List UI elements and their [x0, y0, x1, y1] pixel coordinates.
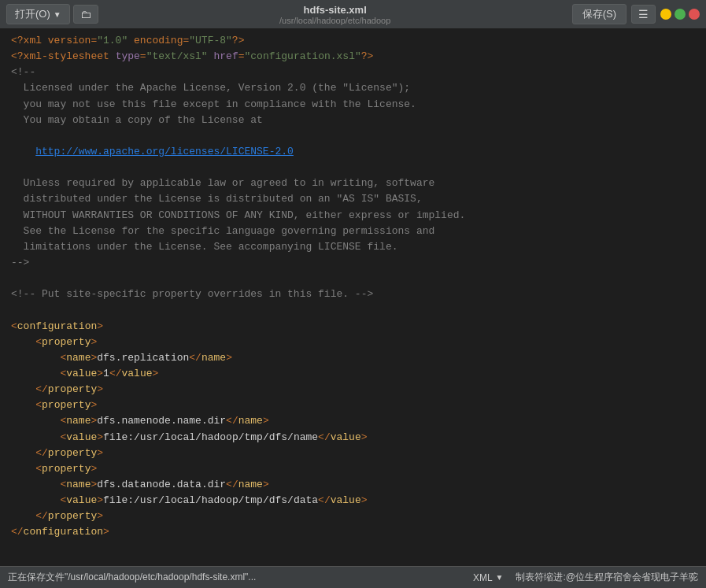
window-controls: [660, 9, 700, 20]
hamburger-icon: ☰: [638, 8, 649, 20]
editor-area[interactable]: <?xml version="1.0" encoding="UTF-8"?> <…: [0, 28, 706, 566]
titlebar-center: hdfs-site.xml /usr/local/hadoop/etc/hado…: [279, 4, 390, 25]
format-dropdown-arrow: ▼: [496, 573, 504, 582]
titlebar: 打开(O) ▼ 🗀 hdfs-site.xml /usr/local/hadoo…: [0, 0, 706, 28]
titlebar-left: 打开(O) ▼ 🗀: [6, 4, 98, 24]
format-label: XML: [473, 572, 493, 583]
minimize-button[interactable]: [660, 9, 671, 20]
titlebar-right: 保存(S) ☰: [572, 4, 700, 24]
folder-icon-button[interactable]: 🗀: [73, 5, 98, 24]
save-button[interactable]: 保存(S): [572, 4, 627, 24]
window-path: /usr/local/hadoop/etc/hadoop: [279, 16, 390, 25]
open-dropdown-arrow: ▼: [54, 10, 61, 19]
statusbar: 正在保存文件"/usr/local/hadoop/etc/hadoop/hdfs…: [0, 566, 706, 588]
status-saving-text: 正在保存文件"/usr/local/hadoop/etc/hadoop/hdfs…: [8, 571, 256, 584]
close-button[interactable]: [689, 9, 700, 20]
window-title: hdfs-site.xml: [279, 4, 390, 16]
maximize-button[interactable]: [675, 9, 686, 20]
status-encoding: 制表符缩进:@位生程序宿舍会省现电子羊驼: [516, 571, 698, 584]
open-label: 打开(O): [15, 7, 50, 21]
status-right: XML ▼ 制表符缩进:@位生程序宿舍会省现电子羊驼: [473, 571, 698, 584]
menu-button[interactable]: ☰: [631, 5, 656, 24]
open-button[interactable]: 打开(O) ▼: [6, 4, 70, 24]
folder-icon: 🗀: [80, 8, 91, 20]
code-content: <?xml version="1.0" encoding="UTF-8"?> <…: [0, 33, 706, 541]
status-format[interactable]: XML ▼: [473, 572, 504, 583]
